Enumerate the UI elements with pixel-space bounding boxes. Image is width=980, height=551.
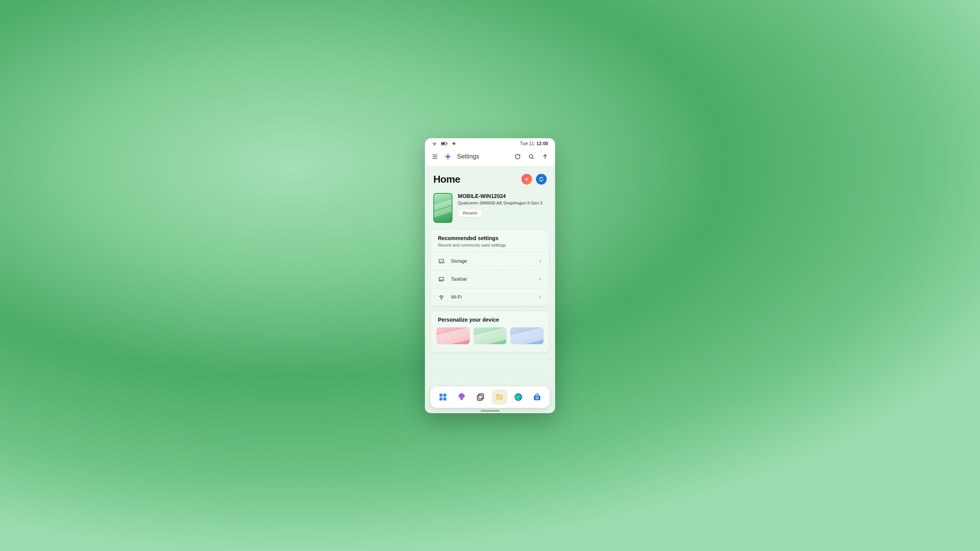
device-subtitle: Qualcomm SM8650-AB Snapdragon 8 Gen 3 xyxy=(458,201,547,205)
svg-point-21 xyxy=(441,298,442,299)
dock-taskview[interactable] xyxy=(473,389,488,405)
svg-rect-24 xyxy=(439,397,443,401)
svg-rect-32 xyxy=(536,398,537,399)
wifi-icon xyxy=(438,294,445,301)
svg-rect-23 xyxy=(443,394,446,397)
status-date: Tue 11 xyxy=(520,141,534,146)
chevron-right-icon xyxy=(538,276,542,282)
row-taskbar[interactable]: Taskbar xyxy=(431,270,549,288)
battery-icon xyxy=(441,141,448,146)
status-bar: Tue 11 12:00 xyxy=(425,138,555,149)
refresh-button[interactable] xyxy=(514,153,521,160)
svg-rect-31 xyxy=(537,397,539,398)
taskbar-dock xyxy=(430,386,550,408)
device-card: MOBILE-WIN12024 Qualcomm SM8650-AB Snapd… xyxy=(431,191,549,230)
personalize-title: Personalize your device xyxy=(431,311,549,327)
row-storage[interactable]: Storage xyxy=(431,252,549,270)
recommended-subtitle: Recent and commonly used settings xyxy=(438,243,542,247)
svg-rect-2 xyxy=(447,143,448,144)
dock-store[interactable] xyxy=(529,389,545,405)
svg-rect-26 xyxy=(479,394,484,399)
device-name: MOBILE-WIN12024 xyxy=(458,193,547,199)
svg-rect-30 xyxy=(536,397,537,398)
chevron-right-icon xyxy=(538,258,542,264)
svg-rect-3 xyxy=(442,142,445,144)
svg-point-8 xyxy=(447,155,449,158)
theme-option-pink[interactable] xyxy=(436,327,470,344)
svg-rect-10 xyxy=(448,159,448,160)
recommended-card: Recommended settings Recent and commonly… xyxy=(431,230,549,306)
svg-rect-25 xyxy=(443,397,446,401)
svg-rect-22 xyxy=(439,394,443,397)
dock-edge[interactable] xyxy=(511,389,526,405)
theme-option-blue[interactable] xyxy=(510,327,544,344)
recommended-title: Recommended settings xyxy=(438,235,542,241)
app-title: Settings xyxy=(457,153,508,160)
row-label: Storage xyxy=(451,258,532,264)
row-label: Wi-Fi xyxy=(451,294,532,300)
energy-icon[interactable] xyxy=(521,174,532,185)
content-scroll[interactable]: Home MOBILE-WIN12024 Qualcomm SM8650-AB … xyxy=(425,166,555,413)
row-label: Taskbar xyxy=(451,276,532,282)
svg-rect-27 xyxy=(477,395,482,400)
wifi-icon xyxy=(432,141,437,146)
svg-point-20 xyxy=(440,280,440,280)
svg-point-0 xyxy=(434,144,435,145)
device-thumbnail xyxy=(433,193,452,223)
svg-rect-33 xyxy=(537,398,539,399)
up-button[interactable] xyxy=(541,153,549,160)
taskbar-icon xyxy=(438,276,445,283)
svg-rect-9 xyxy=(448,153,448,154)
svg-point-13 xyxy=(529,154,533,158)
svg-rect-12 xyxy=(450,156,451,157)
dock-copilot[interactable] xyxy=(454,389,469,405)
svg-rect-16 xyxy=(439,259,444,263)
volume-icon xyxy=(452,141,457,146)
svg-rect-28 xyxy=(496,396,503,397)
storage-icon xyxy=(438,258,445,265)
page-title: Home xyxy=(433,173,460,185)
rename-button[interactable]: Rename xyxy=(458,209,482,217)
svg-line-14 xyxy=(532,157,534,159)
personalize-card: Personalize your device xyxy=(431,311,549,352)
settings-icon xyxy=(444,153,452,160)
theme-option-green[interactable] xyxy=(474,327,507,344)
app-header: Settings xyxy=(425,149,555,166)
row-wifi[interactable]: Wi-Fi xyxy=(431,288,549,306)
search-button[interactable] xyxy=(528,153,535,160)
svg-rect-11 xyxy=(444,156,446,157)
home-indicator[interactable] xyxy=(480,410,500,412)
chevron-right-icon xyxy=(538,294,542,300)
device-frame: Tue 11 12:00 Settings Home xyxy=(425,138,555,413)
dock-explorer[interactable] xyxy=(492,389,507,405)
sync-icon[interactable] xyxy=(536,174,547,185)
status-time: 12:00 xyxy=(536,141,548,146)
menu-button[interactable] xyxy=(431,153,439,160)
dock-start[interactable] xyxy=(435,389,451,405)
